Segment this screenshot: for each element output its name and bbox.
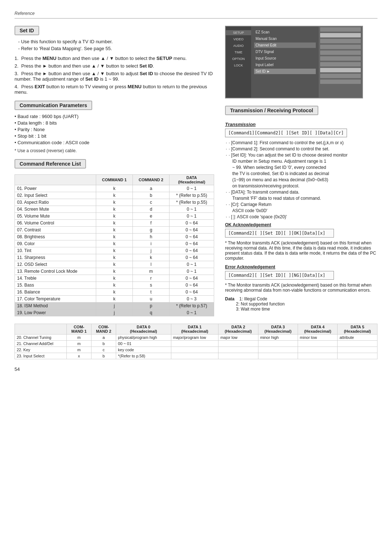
cmd1-cell: k [96,213,132,220]
cmd-name: 06. Volume Control [15,220,96,227]
data-cell: 0 ~ 64 [170,247,214,254]
cmd1-cell: m [67,341,91,347]
table-row: 03. Aspect Ratio k c * (Refer to p.55) [15,199,214,206]
tv-right-bar [320,45,361,49]
list-item: • Communication code : ASCII code [15,140,214,145]
tv-menu-item: Manual Scan [254,36,316,41]
cmd2-cell: a [132,185,169,192]
cmd1-cell: k [96,296,132,303]
cmd2-cell: d [132,206,169,213]
table-row: 15. Bass k s 0 ~ 64 [15,282,214,289]
cmd2-cell: l [132,261,169,268]
d3-cell [258,353,298,359]
d3-cell [258,341,298,347]
note-item: · [ ]: ASCII code 'space (0x20)' [225,214,377,219]
step-num: 4. [15,84,19,89]
command-reference-table: COMMAND 1 COMMAND 2 DATA(Hexadecimal) 01… [15,174,214,316]
col-header-cmd2: COM-MAND 2 [91,324,116,335]
step-num: 2. [15,63,19,69]
cmd2-cell: c [91,347,116,353]
cmd1-cell: m [67,335,91,341]
cmd-name: 14. Treble [15,275,96,282]
tv-right-bar [320,39,361,43]
cmd-name: 19. Low Power [15,309,96,316]
step-text: Press EXIT button to return to TV viewin… [15,84,207,95]
cmd1-cell: k [96,185,132,192]
cmd2-cell: h [132,234,169,240]
tv-menu-bar: SETUP VIDEO AUDIO TIME OPTION LOCK EZ Sc… [226,27,362,98]
list-item: 1. Press the MENU button and then use ▲ … [15,56,214,61]
d5-cell [338,341,377,347]
cmd-name: 05. Volume Mute [15,213,96,220]
table-row: 21. Channel Add/Del m b 00 ~ 01 [15,341,377,347]
cmd2-cell: b [132,192,169,199]
d5-cell [338,347,377,353]
data-cell: 0 ~ 64 [170,240,214,247]
step-text: Press the MENU button and then use ▲ / ▼… [21,56,187,61]
list-item: 4. Press EXIT button to return to TV vie… [15,84,214,95]
note-item: · [Command 2]: Second command to control… [225,146,377,151]
comm-params-title: Communication Parameters [15,101,92,110]
cmd1-cell: k [96,240,132,247]
data-cell: * (Refer to p.57) [170,303,214,309]
error-ack-format-box: [Command2][ ][Set ID][ ][NG][Data][x] [225,271,334,280]
data-item-3: 3: Wait more time [236,307,270,312]
set-id-title: Set ID [15,26,39,35]
note-item: ASCII code '0x0D' [225,208,377,213]
cmd2-cell: c [132,199,169,206]
note-item: · [Command 1]: First command to control … [225,140,377,145]
note-item: Transmit 'FF' data to read status of com… [225,196,377,201]
tv-right-bar [320,68,361,72]
cmd-name: 03. Aspect Ratio [15,199,96,206]
ok-ack-format-box: [Command2][ ][Set ID][ ][OK][Data][x] [225,229,334,238]
transmission-notes: · [Command 1]: First command to control … [225,140,377,219]
page-number: 54 [15,366,377,372]
cmd-name: 17. Color Temperature [15,296,96,303]
table-row: 01. Power k a 0 ~ 1 [15,185,214,192]
d2-cell: major low [219,335,258,341]
cmd1-cell: k [96,234,132,240]
table-row: 08. Brightness k h 0 ~ 64 [15,234,214,240]
set-id-steps: 1. Press the MENU button and then use ▲ … [15,56,214,95]
d4-cell [298,341,338,347]
d2-cell [219,353,258,359]
transmission-protocol-title: Transmission / Receiving Protocol [225,106,318,115]
col-header-d4: DATA 4(Hexadecimal) [298,324,338,335]
note-item: · [DATA]: To transmit command data. [225,190,377,195]
bottom-table-section: COM-MAND 1 COM-MAND 2 DATA 0(Hexadecimal… [15,324,377,359]
data-cell: 0 ~ 64 [170,282,214,289]
tv-sidebar-item: OPTION [226,56,251,61]
d5-cell: attribute [338,335,377,341]
note-item: the TV is controlled, Set ID is indicate… [225,171,377,176]
cmd-name: 09. Color [15,240,96,247]
col-header-d3: DATA 3(Hexadecimal) [258,324,298,335]
col-header-cmd1: COMMAND 1 [96,175,132,185]
col-header-d2: DATA 2(Hexadecimal) [219,324,258,335]
left-column: Set ID Use this function to specify a TV… [15,26,214,316]
cmd2-cell: u [132,296,169,303]
note-item: (1~99) on menu and as Hexa decimal (0x0~… [225,177,377,182]
col-header-cmd1: COM-MAND 1 [67,324,91,335]
tv-right-bar [320,50,361,55]
d2-cell [219,347,258,353]
table-row: 02. Input Select k b * (Refer to p.55) [15,192,214,199]
data-label: Data [225,296,234,301]
row-name: 21. Channel Add/Del [15,341,67,347]
table-row: 05. Volume Mute k e 0 ~ 1 [15,213,214,220]
table-row: 10. Tint k j 0 ~ 64 [15,247,214,254]
main-layout: Set ID Use this function to specify a TV… [15,26,377,316]
d3-cell [258,347,298,353]
cmd2-cell: a [91,335,116,341]
tv-menu-item-set-id: Set ID ► [254,69,316,74]
tv-right-bar [320,74,361,78]
cmd-name: 10. Tint [15,247,96,254]
col-header [15,175,96,185]
tv-right-bar [320,80,361,84]
d4-cell: minor low [298,335,338,341]
data-cell: 0 ~ 64 [170,227,214,234]
tv-sidebar-item: SETUP [226,30,251,35]
cmd-name: 02. Input Select [15,192,96,199]
cmd1-cell: k [96,254,132,261]
tv-screenshot: SETUP VIDEO AUDIO TIME OPTION LOCK EZ Sc… [225,26,363,98]
col-header [15,324,67,335]
